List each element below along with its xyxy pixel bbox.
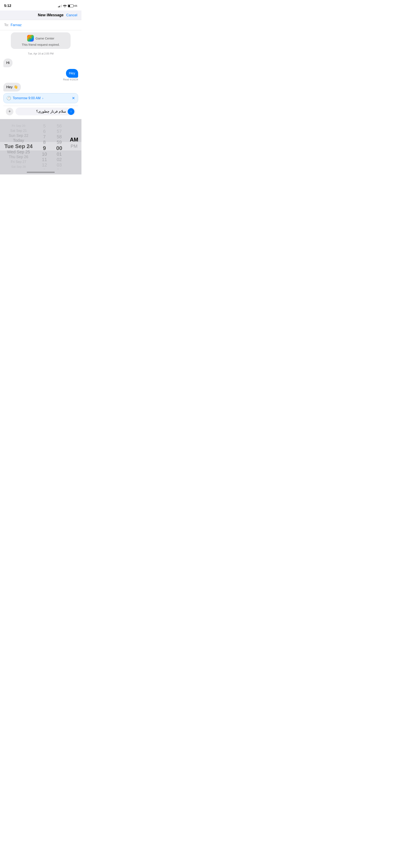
status-time: 5:12: [4, 4, 11, 8]
game-center-bubble: Game Center This friend request expired.: [11, 32, 70, 49]
picker-hour-item: 8: [37, 140, 52, 145]
battery-icon: 35: [68, 4, 77, 7]
svg-point-0: [29, 38, 30, 39]
picker-minute-item: 02: [52, 157, 67, 162]
send-arrow-icon: ↑: [70, 110, 72, 113]
battery-cap: [74, 5, 74, 6]
picker-date-item: Fri Sep 27: [0, 159, 37, 164]
picker-hour-item: 1: [37, 168, 52, 169]
picker-ampm-item: PM: [67, 143, 82, 150]
picker-date-item: Today: [0, 138, 37, 143]
picker-date-item: Wed Sep 25: [0, 150, 37, 155]
picker-minute-selected: 00: [52, 145, 67, 151]
read-receipt: Read 4/16/24: [63, 78, 78, 81]
picker-date-item: Fri Sep 20: [0, 123, 37, 128]
schedule-reminder: 🕐 Tomorrow 9:00 AM › ✕: [3, 93, 78, 103]
picker-minute-item: 58: [52, 134, 67, 140]
schedule-left: 🕐 Tomorrow 9:00 AM ›: [6, 96, 43, 100]
status-icons: 35: [58, 4, 77, 7]
gc-message: This friend request expired.: [22, 43, 60, 46]
picker-date-item: Sun Sep 22: [0, 133, 37, 138]
to-field: To: Farnaz: [0, 20, 82, 30]
picker-ampm-selected: AM: [67, 136, 82, 143]
signal-bar-1: [58, 6, 59, 7]
message-input-container: سلام فرناز چطوری؟ ↑: [16, 107, 75, 115]
chat-area: Game Center This friend request expired.…: [0, 30, 82, 119]
message-row-sent: Hey Read 4/16/24: [3, 69, 78, 81]
picker-date-selected: Tue Sep 24: [0, 143, 37, 150]
gc-title: Game Center: [35, 36, 54, 40]
picker-hour-item: 11: [37, 157, 52, 162]
nav-header: New iMessage Cancel: [0, 10, 82, 20]
picker-minute-item: 56: [52, 123, 67, 129]
picker-hour-selected: 9: [37, 145, 52, 151]
picker-container: Fri Sep 20 Sat Sep 21 Sun Sep 22 Today T…: [0, 123, 82, 169]
game-center-icon: [27, 35, 34, 41]
picker-hour-item: 7: [37, 134, 52, 140]
message-row-hey-wave: Hey 👋: [3, 83, 78, 92]
svg-point-2: [31, 38, 32, 39]
picker-minute-item: 01: [52, 151, 67, 157]
send-button[interactable]: ↑: [68, 108, 74, 115]
schedule-chevron-icon: ›: [42, 96, 43, 100]
date-picker-overlay[interactable]: Fri Sep 20 Sat Sep 21 Sun Sep 22 Today T…: [0, 119, 82, 175]
ampm-picker-column[interactable]: AM PM: [67, 123, 82, 169]
received-bubble-hey-wave: Hey 👋: [3, 83, 21, 92]
picker-hour-item: 5: [37, 123, 52, 129]
gc-header: Game Center: [27, 35, 54, 41]
phone-screen: 5:12 35 New iMessage: [0, 0, 82, 175]
to-recipient[interactable]: Farnaz: [11, 23, 22, 27]
plus-icon: +: [8, 109, 11, 114]
battery-fill: [68, 5, 70, 7]
to-label: To:: [4, 23, 9, 27]
message-input[interactable]: سلام فرناز چطوری؟: [19, 109, 66, 114]
signal-bar-3: [60, 5, 61, 7]
date-picker-column[interactable]: Fri Sep 20 Sat Sep 21 Sun Sep 22 Today T…: [0, 123, 37, 169]
message-row: Hi: [3, 59, 78, 67]
wifi-icon: [63, 5, 67, 7]
cancel-button[interactable]: Cancel: [66, 13, 77, 17]
picker-minute-item: 57: [52, 129, 67, 134]
input-bar: + سلام فرناز چطوری؟ ↑: [3, 106, 78, 117]
picker-minute-item: 59: [52, 140, 67, 145]
signal-bar-2: [59, 6, 60, 7]
chat-timestamp: Tue, Apr 16 at 2:05 PM: [3, 52, 78, 55]
picker-hour-item: 6: [37, 129, 52, 134]
picker-minute-item: 04: [52, 168, 67, 169]
svg-point-1: [30, 37, 31, 38]
svg-point-3: [30, 39, 30, 39]
home-indicator: [0, 169, 82, 175]
minute-picker-column[interactable]: 56 57 58 59 00 01 02 03 04: [52, 123, 67, 169]
received-bubble-hi: Hi: [3, 59, 12, 67]
signal-bar-4: [61, 5, 62, 7]
picker-hour-item: 12: [37, 162, 52, 168]
picker-hour-item: 10: [37, 151, 52, 157]
battery-percent: 35: [75, 5, 77, 7]
picker-date-item: Sat Sep 28: [0, 164, 37, 169]
clock-icon: 🕐: [6, 96, 11, 100]
picker-minute-item: 03: [52, 162, 67, 168]
hour-picker-column[interactable]: 5 6 7 8 9 10 11 12 1: [37, 123, 52, 169]
schedule-text[interactable]: Tomorrow 9:00 AM: [13, 96, 40, 100]
signal-bars-icon: [58, 4, 62, 7]
picker-date-item: Thu Sep 26: [0, 154, 37, 159]
status-bar: 5:12 35: [0, 0, 82, 10]
schedule-close-button[interactable]: ✕: [72, 96, 75, 100]
picker-date-item: Sat Sep 21: [0, 128, 37, 133]
battery-body: [68, 4, 73, 7]
home-bar: [27, 172, 55, 173]
nav-title: New iMessage: [35, 13, 66, 17]
plus-button[interactable]: +: [6, 108, 13, 115]
sent-bubble-hey: Hey: [66, 69, 78, 78]
